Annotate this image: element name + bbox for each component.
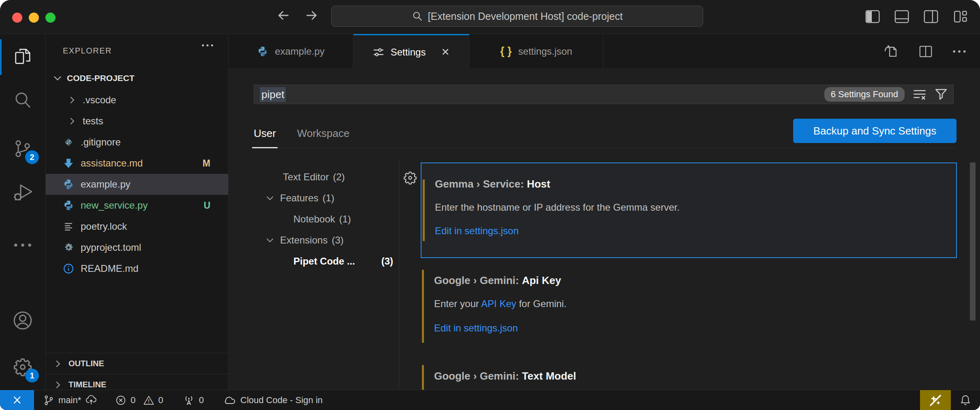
close-tab-icon[interactable]: ✕ <box>441 46 449 58</box>
settings-search-input[interactable]: pipet 6 Settings Found <box>254 85 954 104</box>
git-branch-item[interactable]: main* <box>43 394 97 406</box>
tree-item-poetry-lock[interactable]: poetry.lock <box>46 216 228 237</box>
account-icon[interactable] <box>0 300 45 341</box>
chevron-right-icon <box>67 95 77 105</box>
ports-count: 0 <box>199 395 204 406</box>
tree-item-assistance-md[interactable]: assistance.md M <box>46 153 228 174</box>
project-root-label: CODE-PROJECT <box>67 73 135 83</box>
backup-sync-settings-button[interactable]: Backup and Sync Settings <box>793 119 956 143</box>
tree-item-tests[interactable]: tests <box>46 111 228 132</box>
copilot-disabled-item[interactable] <box>920 390 951 410</box>
toc-notebook[interactable]: Notebook(1) <box>229 209 399 230</box>
tree-item-pyproject-toml[interactable]: pyproject.toml <box>46 237 228 258</box>
timeline-section-header[interactable]: TIMELINE <box>46 374 228 390</box>
edit-in-settings-json-link[interactable]: Edit in settings.json <box>435 225 956 237</box>
settings-found-badge: 6 Settings Found <box>824 87 905 102</box>
tab-settings[interactable]: Settings ✕ <box>353 34 469 69</box>
vscode-window: [Extension Development Host] code-projec… <box>0 0 980 410</box>
notifications-bell-icon[interactable] <box>951 390 980 410</box>
scope-tab-user[interactable]: User <box>254 127 276 148</box>
modified-indicator <box>423 179 425 241</box>
tree-item-vscode[interactable]: .vscode <box>46 90 228 111</box>
customize-layout-icon[interactable] <box>952 10 968 23</box>
outline-section-header[interactable]: OUTLINE <box>46 353 228 374</box>
toc-text-editor[interactable]: Text Editor(2) <box>229 167 399 188</box>
more-actions-icon[interactable] <box>952 49 966 54</box>
publish-changes-icon <box>85 394 97 406</box>
search-view-icon[interactable] <box>0 80 45 120</box>
file-name: example.py <box>81 179 131 190</box>
chevron-right-icon <box>53 359 63 369</box>
chevron-down-icon <box>52 73 63 83</box>
explorer-header: EXPLORER <box>63 46 112 56</box>
setting-row-gemma-service-host[interactable]: Gemma › Service: Host Enter the hostname… <box>421 162 957 258</box>
open-settings-json-icon[interactable] <box>884 44 899 59</box>
toggle-panel-icon[interactable] <box>894 10 909 23</box>
maximize-window-button[interactable] <box>45 13 56 23</box>
setting-row-google-gemini-text-model[interactable]: Google › Gemini: Text Model <box>421 364 957 390</box>
lock-file-icon <box>62 221 75 232</box>
problems-item[interactable]: 0 0 <box>115 395 163 406</box>
json-braces-icon: { } <box>500 45 512 58</box>
chevron-down-icon <box>229 193 280 203</box>
remote-indicator[interactable] <box>0 390 34 410</box>
edit-in-settings-json-link[interactable]: Edit in settings.json <box>434 322 957 334</box>
tab-label: example.py <box>275 46 325 57</box>
toc-pipet-code[interactable]: Pipet Code ...(3) <box>229 251 399 272</box>
explorer-sidebar: EXPLORER CODE-PROJECT .vscode tests .git… <box>46 34 229 390</box>
setting-row-google-gemini-api-key[interactable]: Google › Gemini: Api Key Enter your API … <box>421 268 957 345</box>
ports-item[interactable]: 0 <box>183 394 204 406</box>
filter-icon[interactable] <box>935 88 948 101</box>
source-control-view-icon[interactable]: 2 <box>0 128 45 169</box>
section-label: TIMELINE <box>68 380 106 389</box>
status-bar: main* 0 0 0 Cloud Code - Sign in <box>0 390 980 410</box>
setting-description: Enter your API Key for Gemini. <box>434 298 957 310</box>
tab-label: Settings <box>391 47 426 58</box>
toggle-primary-sidebar-icon[interactable] <box>865 10 880 23</box>
info-icon <box>62 263 75 274</box>
search-icon <box>412 11 423 22</box>
clear-search-results-icon[interactable] <box>913 88 927 100</box>
git-icon <box>62 137 75 148</box>
settings-scrollbar[interactable] <box>970 162 976 320</box>
file-name: assistance.md <box>81 158 143 169</box>
more-views-icon[interactable] <box>0 225 45 265</box>
cloud-code-item[interactable]: Cloud Code - Sign in <box>223 394 323 406</box>
window-title: [Extension Development Host] code-projec… <box>428 11 623 22</box>
setting-title: Google › Gemini: Api Key <box>434 274 957 287</box>
forward-icon[interactable] <box>303 7 319 23</box>
window-search-box[interactable]: [Extension Development Host] code-projec… <box>331 6 703 27</box>
settings-sliders-icon <box>373 47 384 58</box>
tree-item-gitignore[interactable]: .gitignore <box>46 132 228 153</box>
folder-name: tests <box>83 115 103 127</box>
explorer-more-actions-icon[interactable] <box>201 43 214 48</box>
explorer-view-icon[interactable] <box>0 37 45 77</box>
toc-extensions[interactable]: Extensions(3) <box>229 230 399 251</box>
tree-item-example-py[interactable]: example.py <box>46 174 228 195</box>
api-key-link[interactable]: API Key <box>481 298 516 309</box>
tree-item-readme-md[interactable]: README.md <box>46 258 228 279</box>
cloud-code-label: Cloud Code - Sign in <box>240 395 323 406</box>
tab-settings-json[interactable]: { } settings.json <box>469 34 603 68</box>
setting-title: Google › Gemini: Text Model <box>434 370 957 382</box>
gear-icon <box>62 242 75 253</box>
scope-tab-workspace[interactable]: Workspace <box>297 127 350 148</box>
run-debug-view-icon[interactable] <box>0 172 45 212</box>
settings-gear-icon[interactable]: 1 <box>0 347 45 387</box>
minimize-window-button[interactable] <box>29 13 39 23</box>
tree-item-new-service-py[interactable]: new_service.py U <box>46 195 228 216</box>
setting-actions-gear-icon[interactable] <box>403 171 417 185</box>
setting-title: Gemma › Service: Host <box>435 178 956 190</box>
project-root-row[interactable]: CODE-PROJECT <box>46 69 228 88</box>
toc-features[interactable]: Features(1) <box>229 188 399 209</box>
split-editor-icon[interactable] <box>918 44 933 59</box>
close-window-button[interactable] <box>12 13 22 23</box>
toggle-secondary-sidebar-icon[interactable] <box>923 10 939 23</box>
modified-indicator <box>422 270 424 343</box>
tab-example-py[interactable]: example.py <box>229 34 353 68</box>
file-name: poetry.lock <box>81 221 127 232</box>
back-icon[interactable] <box>276 7 292 23</box>
warning-count: 0 <box>158 395 163 406</box>
active-view-indicator <box>0 39 2 75</box>
file-name: .gitignore <box>81 137 121 148</box>
